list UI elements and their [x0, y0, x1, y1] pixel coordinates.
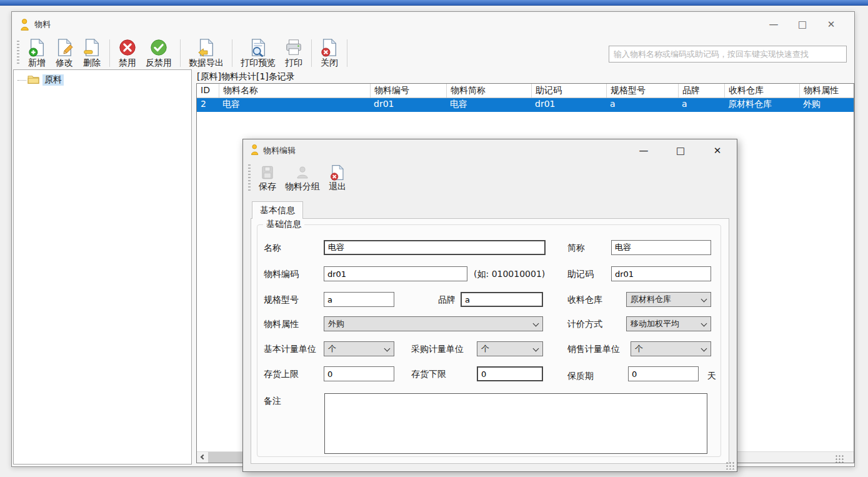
remark-label: 备注 — [264, 396, 281, 407]
button-label: 反禁用 — [146, 58, 172, 69]
export-button[interactable]: 数据导出 — [184, 37, 228, 69]
column-header-mnemonic[interactable]: 助记码 — [531, 84, 606, 98]
undisable-button[interactable]: 反禁用 — [141, 37, 176, 69]
tree-item-raw-material[interactable]: 原料 — [14, 70, 191, 86]
stock-lower-input[interactable] — [477, 366, 543, 381]
name-input[interactable] — [324, 240, 546, 255]
select-value: 个 — [328, 344, 336, 353]
remark-textarea[interactable] — [324, 393, 707, 454]
material-code-hint: (如: 010010001) — [474, 269, 545, 280]
mnemonic-code-input[interactable] — [611, 266, 711, 281]
modify-button[interactable]: 修改 — [51, 37, 78, 69]
stock-upper-label: 存货上限 — [264, 369, 299, 380]
cell-warehouse: 原材料仓库 — [724, 98, 799, 112]
stock-lower-label: 存货下限 — [411, 369, 446, 380]
brand-input[interactable] — [461, 292, 543, 307]
column-header-warehouse[interactable]: 收料仓库 — [724, 84, 799, 98]
groupbox-legend: 基础信息 — [263, 219, 304, 230]
toolbar-separator — [311, 39, 312, 67]
cell-mnemonic: dr01 — [531, 98, 606, 112]
exit-button[interactable]: 退出 — [324, 161, 351, 196]
print-button[interactable]: 打印 — [280, 37, 307, 69]
button-label: 关闭 — [321, 58, 338, 69]
toolbar-grip — [248, 164, 251, 192]
dialog-toolbar: 保存 物料分组 退出 — [243, 161, 351, 196]
cell-spec: a — [606, 98, 678, 112]
table-row[interactable]: 2 电容 dr01 电容 dr01 a a 原材料仓库 外购 — [197, 98, 854, 112]
column-header-spec[interactable]: 规格型号 — [606, 84, 678, 98]
new-button[interactable]: 新增 — [23, 37, 51, 69]
purchase-unit-select[interactable]: 个 — [477, 341, 543, 356]
tree-item-label: 原料 — [42, 74, 64, 86]
column-header-short[interactable]: 物料简称 — [446, 84, 531, 98]
main-titlebar[interactable]: 物料 — □ ✕ — [12, 12, 854, 37]
material-group-button[interactable]: 物料分组 — [281, 161, 324, 196]
column-header-id[interactable]: ID — [197, 84, 219, 98]
column-header-brand[interactable]: 品牌 — [678, 84, 724, 98]
cell-code: dr01 — [370, 98, 446, 112]
quick-search-input[interactable] — [609, 46, 847, 63]
cell-short: 电容 — [446, 98, 531, 112]
save-button[interactable]: 保存 — [254, 161, 281, 196]
dialog-title: 物料编辑 — [263, 145, 296, 156]
spec-model-label: 规格型号 — [264, 294, 299, 306]
close-button[interactable]: ✕ — [817, 16, 846, 33]
minimize-button[interactable]: — — [759, 16, 788, 33]
select-value: 个 — [635, 344, 643, 353]
disable-button[interactable]: 禁用 — [114, 37, 141, 69]
pricing-method-select[interactable]: 移动加权平均 — [626, 316, 711, 331]
short-name-input[interactable] — [611, 240, 711, 255]
doc-close-icon — [320, 38, 339, 57]
tab-basic-info[interactable]: 基本信息 — [252, 201, 303, 219]
sales-unit-select[interactable]: 个 — [631, 341, 711, 356]
cell-brand: a — [678, 98, 724, 112]
select-value: 原材料仓库 — [631, 294, 671, 304]
material-attribute-select[interactable]: 外购 — [324, 316, 543, 331]
doc-close-icon — [329, 164, 346, 181]
material-attribute-label: 物料属性 — [264, 319, 299, 330]
doc-plus-icon — [27, 38, 46, 57]
button-label: 数据导出 — [189, 58, 224, 69]
main-toolbar: 新增 修改 删除 禁用 反禁用 数据导出 打印预览 — [12, 37, 351, 69]
person-app-icon — [250, 144, 260, 158]
dialog-titlebar[interactable]: 物料编辑 — □ ✕ — [243, 139, 737, 161]
maximize-button[interactable]: □ — [788, 16, 817, 33]
group-people-icon — [294, 164, 311, 181]
toolbar-separator — [232, 39, 232, 67]
close-list-button[interactable]: 关闭 — [316, 37, 343, 69]
delete-button[interactable]: 删除 — [78, 37, 106, 69]
base-unit-select[interactable]: 个 — [324, 341, 394, 356]
stock-upper-input[interactable] — [324, 366, 394, 381]
shelf-life-input[interactable] — [628, 366, 699, 381]
dialog-minimize-button[interactable]: — — [634, 142, 653, 159]
chevron-left-icon — [201, 454, 206, 459]
column-header-code[interactable]: 物料编号 — [370, 84, 446, 98]
print-preview-button[interactable]: 打印预览 — [236, 37, 280, 69]
window-resize-grip[interactable] — [835, 454, 844, 463]
brand-label: 品牌 — [438, 294, 456, 306]
short-name-label: 简称 — [567, 243, 585, 254]
dialog-close-button[interactable]: ✕ — [708, 142, 727, 159]
doc-pencil-icon — [55, 38, 74, 57]
doc-minus-icon — [82, 38, 101, 57]
dialog-maximize-button[interactable]: □ — [671, 142, 690, 159]
column-header-name[interactable]: 物料名称 — [219, 84, 370, 98]
shelf-life-unit: 天 — [707, 371, 716, 382]
material-code-input[interactable] — [324, 266, 467, 281]
chevron-down-icon — [701, 346, 707, 352]
spec-model-input[interactable] — [324, 292, 394, 307]
button-label: 打印 — [285, 58, 302, 69]
table-header-row: ID 物料名称 物料编号 物料简称 助记码 规格型号 品牌 收料仓库 物料属性 — [197, 84, 854, 98]
tree-line — [17, 80, 26, 81]
folder-icon — [27, 74, 39, 86]
floppy-save-icon — [259, 164, 276, 181]
warehouse-select[interactable]: 原材料仓库 — [626, 292, 711, 307]
dialog-resize-grip[interactable] — [726, 461, 735, 469]
name-label: 名称 — [264, 243, 281, 254]
button-label: 删除 — [83, 58, 101, 69]
base-unit-label: 基本计量单位 — [264, 344, 316, 355]
scroll-left-arrow[interactable] — [197, 452, 208, 463]
column-header-attribute[interactable]: 物料属性 — [799, 84, 854, 98]
shelf-life-label: 保质期 — [567, 371, 594, 382]
button-label: 打印预览 — [241, 58, 276, 69]
